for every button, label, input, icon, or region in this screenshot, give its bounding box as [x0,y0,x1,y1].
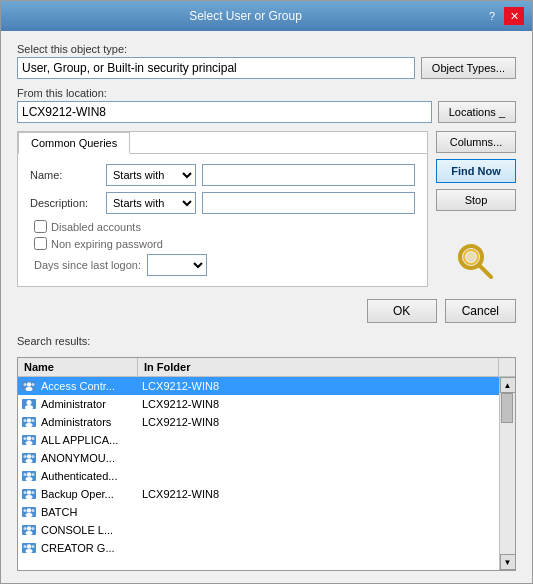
ok-button[interactable]: OK [367,299,437,323]
table-row[interactable]: BATCH [18,503,499,521]
svg-point-23 [27,454,31,458]
folder-cell [138,547,499,549]
user-group-icon [22,433,36,447]
title-bar: Select User or Group ? ✕ [1,1,532,31]
svg-point-30 [24,473,27,476]
days-label: Days since last logon: [34,259,141,271]
folder-cell [138,457,499,459]
svg-point-41 [32,509,35,512]
scroll-up-arrow[interactable]: ▲ [500,377,516,393]
folder-cell: LCX9212-WIN8 [138,487,499,501]
svg-line-2 [479,265,491,277]
object-type-label: Select this object type: [17,43,516,55]
non-expiring-checkbox[interactable] [34,237,47,250]
table-row[interactable]: Authenticated... [18,467,499,485]
user-group-icon [22,469,36,483]
disabled-accounts-checkbox[interactable] [34,220,47,233]
non-expiring-label: Non expiring password [51,238,163,250]
svg-point-8 [32,383,35,386]
results-header: Name In Folder [18,358,515,377]
svg-point-26 [32,455,35,458]
folder-cell [138,511,499,513]
svg-point-25 [24,455,27,458]
name-text: CONSOLE L... [41,524,113,536]
user-group-icon [22,397,36,411]
columns-button[interactable]: Columns... [436,131,516,153]
scrollbar[interactable]: ▲ ▼ [499,377,515,570]
disabled-accounts-row: Disabled accounts [30,220,415,233]
folder-cell [138,475,499,477]
user-group-icon [22,541,36,555]
svg-point-3 [466,252,476,262]
name-text: Access Contr... [41,380,115,392]
name-text: BATCH [41,506,77,518]
name-text: Administrators [41,416,111,428]
svg-point-31 [32,473,35,476]
desc-query-row: Description: Starts with Is [30,192,415,214]
svg-point-43 [27,526,31,530]
svg-point-45 [24,527,27,530]
svg-point-5 [27,382,31,386]
svg-point-19 [26,441,33,445]
table-row[interactable]: CONSOLE L... [18,521,499,539]
location-input[interactable] [17,101,432,123]
name-query-label: Name: [30,169,100,181]
name-filter-select[interactable]: Starts with Is [106,164,196,186]
scroll-thumb[interactable] [501,393,513,423]
dialog-content: Select this object type: Object Types...… [1,31,532,583]
svg-point-16 [32,419,35,422]
table-row[interactable]: Backup Oper...LCX9212-WIN8 [18,485,499,503]
table-row[interactable]: ALL APPLICA... [18,431,499,449]
results-body[interactable]: Access Contr...LCX9212-WIN8 Administrato… [18,377,499,570]
user-group-icon [22,505,36,519]
folder-column-header: In Folder [138,358,499,376]
svg-point-49 [26,549,33,553]
scroll-track [500,393,515,554]
close-button[interactable]: ✕ [504,7,524,25]
folder-cell [138,529,499,531]
table-row[interactable]: CREATOR G... [18,539,499,557]
help-button[interactable]: ? [482,7,502,25]
object-type-input[interactable] [17,57,415,79]
main-area: Common Queries Name: Starts with Is [17,131,516,287]
svg-point-35 [24,491,27,494]
desc-query-input[interactable] [202,192,415,214]
table-row[interactable]: AdministratorLCX9212-WIN8 [18,395,499,413]
name-column-header: Name [18,358,138,376]
table-row[interactable]: AdministratorsLCX9212-WIN8 [18,413,499,431]
search-icon [455,241,497,283]
search-results-label: Search results: [17,335,516,347]
svg-point-14 [26,423,33,427]
name-cell: CONSOLE L... [18,522,138,538]
name-cell: ANONYMOU... [18,450,138,466]
days-select[interactable] [147,254,207,276]
svg-point-11 [25,405,33,410]
cancel-button[interactable]: Cancel [445,299,516,323]
svg-point-34 [26,495,33,499]
folder-cell: LCX9212-WIN8 [138,397,499,411]
object-types-button[interactable]: Object Types... [421,57,516,79]
common-queries-tab[interactable]: Common Queries [18,132,130,154]
svg-point-28 [27,472,31,476]
right-panel: Columns... Find Now Stop [436,131,516,287]
svg-point-29 [26,477,33,481]
table-row[interactable]: ANONYMOU... [18,449,499,467]
folder-cell: LCX9212-WIN8 [138,415,499,429]
stop-button[interactable]: Stop [436,189,516,211]
name-cell: ALL APPLICA... [18,432,138,448]
object-type-group: Select this object type: Object Types... [17,43,516,79]
name-query-input[interactable] [202,164,415,186]
table-row[interactable]: Access Contr...LCX9212-WIN8 [18,377,499,395]
svg-point-6 [26,387,33,391]
find-now-button[interactable]: Find Now [436,159,516,183]
locations-button[interactable]: Locations _ [438,101,516,123]
scroll-spacer [499,358,515,376]
location-label: From this location: [17,87,516,99]
name-cell: CREATOR G... [18,540,138,556]
folder-cell: LCX9212-WIN8 [138,379,499,393]
select-user-group-dialog: Select User or Group ? ✕ Select this obj… [0,0,533,584]
desc-filter-select[interactable]: Starts with Is [106,192,196,214]
name-cell: Backup Oper... [18,486,138,502]
scroll-down-arrow[interactable]: ▼ [500,554,516,570]
tab-content: Name: Starts with Is Description: Start [18,154,427,286]
